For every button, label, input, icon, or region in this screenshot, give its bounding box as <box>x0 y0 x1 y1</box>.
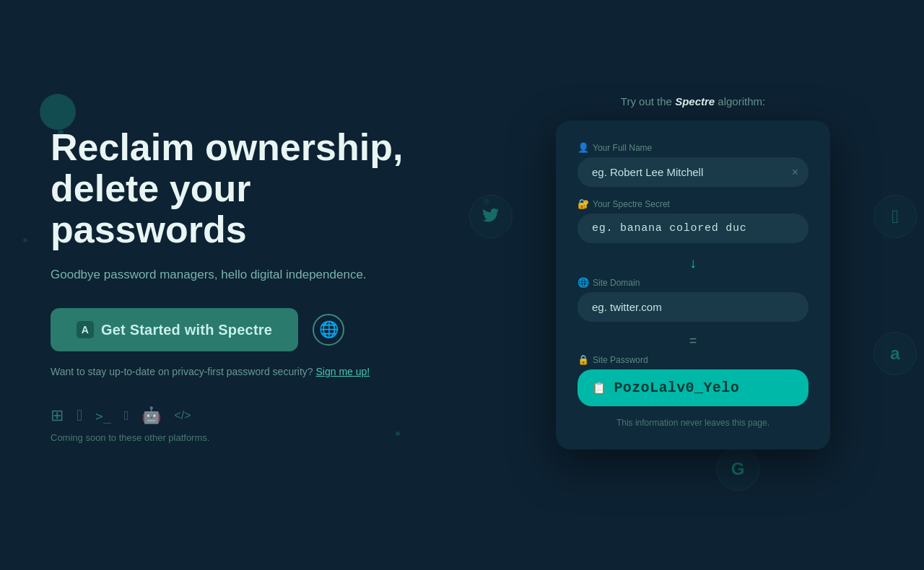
globe-small-icon: 🌐 <box>578 277 589 288</box>
email-prompt-text: Want to stay up-to-date on privacy-first… <box>51 366 313 377</box>
get-started-button[interactable]: A Get Started with Spectre <box>51 308 298 351</box>
terminal-icon: >_ <box>95 408 111 424</box>
apple-icon:  <box>77 406 82 425</box>
twitter-floating-icon <box>469 195 513 238</box>
password-value: PozoLalv0_Yelo <box>614 380 739 396</box>
subheadline: Goodbye password managers, hello digital… <box>51 268 411 282</box>
right-panel:  a G Try out the Spectre algorithm: 👤 Y… <box>462 0 924 570</box>
google-floating-icon: G <box>716 447 759 491</box>
full-name-label: 👤 Your Full Name <box>578 142 808 153</box>
cta-row: A Get Started with Spectre 🌐 <box>51 308 411 351</box>
password-output[interactable]: 📋 PozoLalv0_Yelo <box>578 369 808 406</box>
try-label: Try out the Spectre algorithm: <box>556 95 830 108</box>
coming-soon-text: Coming soon to these other platforms. <box>51 432 411 443</box>
demo-card-wrapper: Try out the Spectre algorithm: 👤 Your Fu… <box>556 120 830 450</box>
app-store-icon: A <box>77 321 94 338</box>
site-domain-label: 🌐 Site Domain <box>578 277 808 288</box>
lock-icon: 🔒 <box>578 354 589 365</box>
email-prompt: Want to stay up-to-date on privacy-first… <box>51 366 411 377</box>
full-name-clear-button[interactable]: × <box>792 166 798 179</box>
secret-input-row <box>578 214 808 243</box>
full-name-field-group: 👤 Your Full Name × <box>578 142 808 187</box>
platform-icons-row: ⊞  >_  🤖 </> <box>51 406 411 425</box>
lock-person-icon: 🔐 <box>578 198 589 209</box>
copy-icon: 📋 <box>592 381 606 395</box>
left-panel: Reclaim ownership, delete your passwords… <box>0 0 462 570</box>
site-domain-field-group: 🌐 Site Domain <box>578 277 808 322</box>
apple-floating-icon:  <box>873 195 917 238</box>
globe-button[interactable]: 🌐 <box>313 314 344 346</box>
site-domain-input-row <box>578 292 808 322</box>
cta-button-label: Get Started with Spectre <box>101 322 272 338</box>
windows-icon: ⊞ <box>51 406 64 425</box>
code-icon: </> <box>174 409 191 422</box>
main-headline: Reclaim ownership, delete your passwords <box>51 127 411 251</box>
app-icon-platform:  <box>124 408 129 424</box>
secret-label: 🔐 Your Spectre Secret <box>578 198 808 209</box>
android-icon: 🤖 <box>141 406 161 425</box>
arrow-down-indicator: ↓ <box>578 255 808 271</box>
full-name-input-row: × <box>578 157 808 187</box>
person-icon: 👤 <box>578 142 589 153</box>
sign-me-up-link[interactable]: Sign me up! <box>316 366 370 377</box>
full-name-input[interactable] <box>578 157 808 187</box>
equals-indicator: = <box>578 333 808 348</box>
amazon-floating-icon: a <box>873 332 917 375</box>
globe-icon: 🌐 <box>319 320 339 339</box>
site-password-label: 🔒 Site Password <box>578 354 808 365</box>
secret-input[interactable] <box>578 214 808 243</box>
site-password-field-group: 🔒 Site Password 📋 PozoLalv0_Yelo <box>578 354 808 406</box>
demo-card: 👤 Your Full Name × 🔐 Your Spectre Secret <box>556 120 830 450</box>
brand-name: Spectre <box>675 95 715 108</box>
site-domain-input[interactable] <box>578 292 808 322</box>
secret-field-group: 🔐 Your Spectre Secret <box>578 198 808 243</box>
privacy-note: This information never leaves this page. <box>578 418 808 428</box>
